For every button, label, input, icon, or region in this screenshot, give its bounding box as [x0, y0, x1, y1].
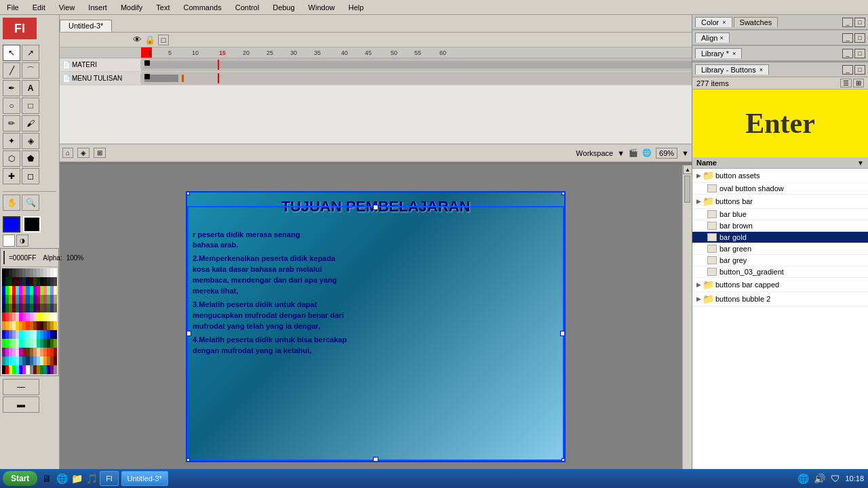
default-colors-btn[interactable]: ◑ — [16, 235, 28, 247]
lock-icon[interactable]: 🔒 — [144, 35, 155, 45]
menu-file[interactable]: File — [3, 2, 23, 13]
eraser-tool[interactable]: ◻ — [22, 168, 39, 184]
stage-edit-btn[interactable]: 🌐 — [642, 148, 652, 157]
menu-control[interactable]: Control — [231, 2, 263, 13]
zoom-dropdown[interactable]: ▼ — [682, 149, 689, 157]
media-icon[interactable]: 🎵 — [85, 471, 98, 486]
panel-min-btn[interactable]: _ — [842, 18, 853, 27]
fill-btn[interactable]: ▬ — [3, 396, 39, 413]
eye-icon[interactable]: 👁 — [133, 35, 142, 45]
line-tool[interactable]: ╱ — [3, 62, 20, 79]
ie-icon[interactable]: 🌐 — [55, 471, 68, 486]
lib-buttons-tab[interactable]: Library - Buttons × — [695, 64, 769, 75]
hand-tool[interactable]: ✋ — [3, 195, 20, 211]
stage-vscroll[interactable]: ▲ ▼ — [682, 165, 692, 479]
taskbar-doc[interactable]: Untitled-3* — [121, 471, 168, 486]
view-grid-btn[interactable]: ⊞ — [853, 79, 864, 87]
scroll-thumb-v[interactable] — [684, 176, 690, 203]
color-cell[interactable] — [54, 295, 57, 304]
edit-scene-btn[interactable]: ⌂ — [62, 148, 73, 158]
tree-item-button-assets[interactable]: ▶📁button assets — [692, 169, 868, 183]
stroke-color-swatch[interactable] — [23, 216, 41, 232]
start-button[interactable]: Start — [3, 471, 37, 486]
arrow-tool[interactable]: ↖ — [3, 45, 20, 61]
tree-item-bar-gold[interactable]: bar gold — [692, 232, 868, 243]
menu-modify[interactable]: Modify — [117, 2, 146, 13]
tree-item-bar-brown[interactable]: bar brown — [692, 220, 868, 232]
align-tab[interactable]: Align × — [695, 33, 730, 43]
swatches-tab[interactable]: Swatches — [734, 17, 778, 27]
stroke-style-btn[interactable]: — — [3, 379, 39, 395]
pencil-tool[interactable]: ✏ — [3, 115, 20, 131]
color-close-icon[interactable]: × — [722, 19, 726, 26]
edit-symbol-btn[interactable]: ◈ — [77, 148, 90, 158]
menu-edit[interactable]: Edit — [28, 2, 50, 13]
text-tool[interactable]: A — [22, 80, 39, 96]
antivirus-icon[interactable]: 🛡 — [829, 471, 842, 486]
zoom-tool[interactable]: 🔍 — [22, 195, 39, 211]
panel-max-btn[interactable]: □ — [854, 18, 865, 27]
zoom-display[interactable]: 69% — [656, 148, 677, 159]
oval-tool[interactable]: ○ — [3, 98, 20, 114]
ink-bottle-tool[interactable]: ⬡ — [3, 150, 20, 167]
scroll-up-btn[interactable]: ▲ — [683, 165, 692, 174]
color-tab[interactable]: Color × — [695, 17, 732, 27]
tree-item-buttons-bubble-2[interactable]: ▶📁buttons bubble 2 — [692, 292, 868, 306]
fill-color-swatch[interactable] — [3, 216, 20, 232]
fill-transform-tool[interactable]: ◈ — [22, 133, 39, 149]
menu-window[interactable]: Window — [304, 2, 339, 13]
menu-view[interactable]: View — [55, 2, 79, 13]
paint-bucket-tool[interactable]: ⬟ — [22, 150, 39, 167]
color-cell[interactable] — [54, 286, 57, 295]
document-tab[interactable]: Untitled-3* — [60, 20, 112, 32]
network-icon[interactable]: 🌐 — [796, 471, 810, 486]
tree-item-oval-button-shadow[interactable]: oval button shadow — [692, 183, 868, 195]
menu-commands[interactable]: Commands — [179, 2, 225, 13]
color-cell[interactable] — [54, 339, 57, 348]
pen-tool[interactable]: ✒ — [3, 80, 20, 96]
view-toggle-btn[interactable]: ☰ — [840, 79, 852, 87]
tree-item-buttons-bar-capped[interactable]: ▶📁buttons bar capped — [692, 278, 868, 292]
color-cell[interactable] — [54, 330, 57, 339]
library-tab[interactable]: Library * × — [695, 48, 742, 58]
tree-item-buttons-bar[interactable]: ▶📁buttons bar — [692, 195, 868, 209]
lib-buttons-max-btn[interactable]: □ — [854, 65, 865, 75]
workspace-label[interactable]: Workspace — [576, 149, 613, 157]
layer-name-menu[interactable]: 📄 MENU TULISAN — [60, 75, 141, 82]
tree-item-bar-green[interactable]: bar green — [692, 243, 868, 255]
lib-buttons-min-btn[interactable]: _ — [842, 65, 853, 75]
stage-options-btn[interactable]: 🎬 — [629, 148, 638, 157]
tree-item-bar-blue[interactable]: bar blue — [692, 209, 868, 220]
swap-colors-btn[interactable] — [3, 235, 15, 247]
layer-name-materi[interactable]: 📄 MATERI — [60, 61, 141, 68]
subselect-tool[interactable]: ↗ — [22, 45, 39, 61]
color-cell[interactable] — [54, 348, 57, 357]
volume-icon[interactable]: 🔊 — [812, 471, 826, 486]
eyedropper-tool[interactable]: ✚ — [3, 168, 20, 184]
sort-icon[interactable]: ▼ — [857, 159, 864, 167]
explorer-icon[interactable]: 📁 — [70, 471, 83, 486]
color-cell[interactable] — [54, 312, 57, 321]
menu-help[interactable]: Help — [344, 2, 368, 13]
menu-insert[interactable]: Insert — [84, 2, 111, 13]
align-max-btn[interactable]: □ — [854, 33, 865, 43]
color-cell[interactable] — [54, 304, 57, 312]
workspace-dropdown-icon[interactable]: ▼ — [617, 149, 625, 157]
free-transform-stage-btn[interactable]: ⊞ — [94, 148, 106, 158]
brush-tool[interactable]: 🖌 — [22, 115, 39, 131]
free-transform-tool[interactable]: ✦ — [3, 133, 20, 149]
align-close-icon[interactable]: × — [719, 35, 723, 41]
lasso-tool[interactable]: ⌒ — [22, 62, 39, 79]
color-cell[interactable] — [54, 365, 57, 374]
library-max-btn[interactable]: □ — [854, 49, 865, 58]
tree-item-bar-grey[interactable]: bar grey — [692, 255, 868, 266]
lib-buttons-close-icon[interactable]: × — [760, 66, 763, 73]
color-cell[interactable] — [54, 277, 57, 286]
tree-item-button_03_gradient[interactable]: button_03_gradient — [692, 266, 868, 278]
library-close-icon[interactable]: × — [732, 50, 736, 57]
color-cell[interactable] — [54, 357, 57, 365]
name-col-header[interactable]: Name — [696, 159, 857, 167]
align-min-btn[interactable]: _ — [842, 33, 853, 43]
menu-text[interactable]: Text — [152, 2, 174, 13]
desktop-icon[interactable]: 🖥 — [40, 471, 54, 486]
